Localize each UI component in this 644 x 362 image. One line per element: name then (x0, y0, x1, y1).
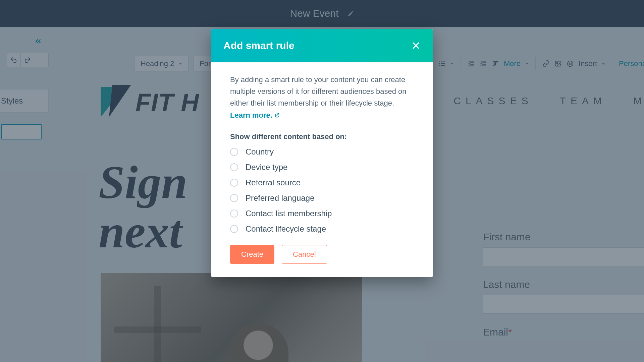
option-preferred-language[interactable]: Preferred language (230, 193, 414, 203)
modal-body: By adding a smart rule to your content y… (211, 62, 433, 277)
radio-icon (230, 194, 238, 202)
modal-actions: Create Cancel (230, 245, 414, 264)
modal-title: Add smart rule (223, 40, 294, 51)
option-device-type[interactable]: Device type (230, 163, 414, 172)
close-icon[interactable] (411, 41, 421, 50)
radio-icon (230, 225, 238, 233)
modal-intro: By adding a smart rule to your content y… (230, 74, 414, 121)
option-referral-source[interactable]: Referral source (230, 178, 414, 187)
smart-rule-options: Country Device type Referral source Pref… (230, 147, 414, 234)
learn-more-link[interactable]: Learn more. (230, 111, 280, 119)
option-label: Country (246, 147, 274, 157)
modal-header: Add smart rule (211, 29, 433, 62)
option-label: Contact lifecycle stage (246, 224, 326, 234)
radio-icon (230, 148, 238, 156)
option-contact-list[interactable]: Contact list membership (230, 209, 414, 218)
external-link-icon (274, 113, 280, 118)
radio-icon (230, 179, 238, 187)
options-heading: Show different content based on: (230, 132, 414, 141)
cancel-button[interactable]: Cancel (282, 245, 327, 264)
option-label: Referral source (246, 178, 301, 187)
option-label: Contact list membership (246, 209, 332, 218)
radio-icon (230, 209, 238, 218)
create-button[interactable]: Create (230, 245, 274, 264)
modal-intro-text: By adding a smart rule to your content y… (230, 75, 406, 107)
option-label: Preferred language (246, 193, 314, 203)
option-country[interactable]: Country (230, 147, 414, 157)
radio-icon (230, 163, 238, 171)
option-label: Device type (246, 163, 287, 172)
option-lifecycle-stage[interactable]: Contact lifecycle stage (230, 224, 414, 234)
add-smart-rule-modal: Add smart rule By adding a smart rule to… (211, 29, 433, 277)
